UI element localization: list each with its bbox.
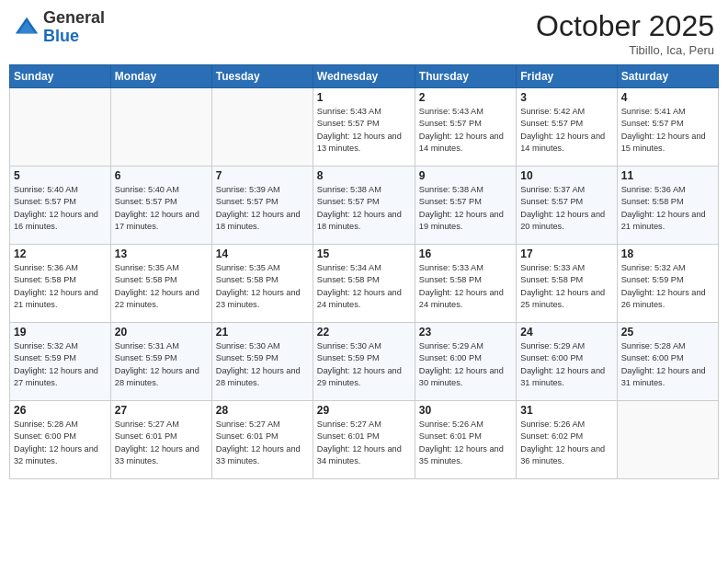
calendar-header-row: SundayMondayTuesdayWednesdayThursdayFrid… xyxy=(10,65,719,88)
calendar-cell: 19Sunrise: 5:32 AM Sunset: 5:59 PM Dayli… xyxy=(10,323,111,401)
weekday-header: Wednesday xyxy=(313,65,415,88)
calendar-cell: 17Sunrise: 5:33 AM Sunset: 5:58 PM Dayli… xyxy=(517,245,617,323)
day-info: Sunrise: 5:33 AM Sunset: 5:58 PM Dayligh… xyxy=(520,262,612,311)
day-number: 9 xyxy=(419,169,512,182)
day-number: 27 xyxy=(115,404,208,417)
day-info: Sunrise: 5:27 AM Sunset: 6:01 PM Dayligh… xyxy=(317,419,411,467)
calendar-cell xyxy=(211,88,313,167)
calendar-cell: 3Sunrise: 5:42 AM Sunset: 5:57 PM Daylig… xyxy=(517,88,617,167)
weekday-header: Monday xyxy=(110,65,211,88)
calendar-cell: 15Sunrise: 5:34 AM Sunset: 5:58 PM Dayli… xyxy=(313,245,415,323)
calendar-cell: 21Sunrise: 5:30 AM Sunset: 5:59 PM Dayli… xyxy=(211,323,313,401)
calendar-week-row: 5Sunrise: 5:40 AM Sunset: 5:57 PM Daylig… xyxy=(10,167,719,245)
day-info: Sunrise: 5:33 AM Sunset: 5:58 PM Dayligh… xyxy=(419,262,512,311)
calendar-cell: 13Sunrise: 5:35 AM Sunset: 5:58 PM Dayli… xyxy=(110,245,211,323)
calendar-cell: 26Sunrise: 5:28 AM Sunset: 6:00 PM Dayli… xyxy=(10,401,111,479)
day-info: Sunrise: 5:34 AM Sunset: 5:58 PM Dayligh… xyxy=(317,262,411,311)
logo-blue: Blue xyxy=(43,27,79,45)
day-info: Sunrise: 5:27 AM Sunset: 6:01 PM Dayligh… xyxy=(216,419,309,467)
calendar-cell: 1Sunrise: 5:43 AM Sunset: 5:57 PM Daylig… xyxy=(313,88,415,167)
logo-icon xyxy=(14,15,40,40)
day-number: 21 xyxy=(216,326,309,339)
day-info: Sunrise: 5:26 AM Sunset: 6:02 PM Dayligh… xyxy=(520,419,612,467)
calendar-week-row: 26Sunrise: 5:28 AM Sunset: 6:00 PM Dayli… xyxy=(10,401,719,479)
calendar-cell: 8Sunrise: 5:38 AM Sunset: 5:57 PM Daylig… xyxy=(313,167,415,245)
calendar-cell xyxy=(10,88,111,167)
calendar-cell: 25Sunrise: 5:28 AM Sunset: 6:00 PM Dayli… xyxy=(617,323,718,401)
calendar-cell: 5Sunrise: 5:40 AM Sunset: 5:57 PM Daylig… xyxy=(10,167,111,245)
month-title: October 2025 xyxy=(536,9,714,43)
title-section: October 2025 Tibillo, Ica, Peru xyxy=(536,9,714,57)
day-info: Sunrise: 5:38 AM Sunset: 5:57 PM Dayligh… xyxy=(317,184,411,233)
day-info: Sunrise: 5:43 AM Sunset: 5:57 PM Dayligh… xyxy=(317,106,411,155)
location-subtitle: Tibillo, Ica, Peru xyxy=(536,43,714,57)
weekday-header: Tuesday xyxy=(211,65,313,88)
day-number: 23 xyxy=(419,326,512,339)
day-info: Sunrise: 5:43 AM Sunset: 5:57 PM Dayligh… xyxy=(419,106,512,155)
day-info: Sunrise: 5:30 AM Sunset: 5:59 PM Dayligh… xyxy=(216,340,309,389)
calendar-cell: 20Sunrise: 5:31 AM Sunset: 5:59 PM Dayli… xyxy=(110,323,211,401)
calendar: SundayMondayTuesdayWednesdayThursdayFrid… xyxy=(9,64,719,479)
calendar-cell: 28Sunrise: 5:27 AM Sunset: 6:01 PM Dayli… xyxy=(211,401,313,479)
calendar-cell: 27Sunrise: 5:27 AM Sunset: 6:01 PM Dayli… xyxy=(110,401,211,479)
day-number: 6 xyxy=(115,169,208,182)
day-info: Sunrise: 5:41 AM Sunset: 5:57 PM Dayligh… xyxy=(621,106,714,155)
day-info: Sunrise: 5:32 AM Sunset: 5:59 PM Dayligh… xyxy=(621,262,714,311)
calendar-cell: 6Sunrise: 5:40 AM Sunset: 5:57 PM Daylig… xyxy=(110,167,211,245)
page: General Blue October 2025 Tibillo, Ica, … xyxy=(0,0,728,563)
day-info: Sunrise: 5:38 AM Sunset: 5:57 PM Dayligh… xyxy=(419,184,512,233)
day-info: Sunrise: 5:30 AM Sunset: 5:59 PM Dayligh… xyxy=(317,340,411,389)
day-number: 20 xyxy=(115,326,208,339)
day-info: Sunrise: 5:42 AM Sunset: 5:57 PM Dayligh… xyxy=(520,106,612,155)
day-number: 25 xyxy=(621,326,714,339)
day-info: Sunrise: 5:39 AM Sunset: 5:57 PM Dayligh… xyxy=(216,184,309,233)
day-info: Sunrise: 5:28 AM Sunset: 6:00 PM Dayligh… xyxy=(14,419,107,467)
calendar-cell xyxy=(617,401,718,479)
day-number: 28 xyxy=(216,404,309,417)
day-number: 22 xyxy=(317,326,411,339)
day-number: 4 xyxy=(621,91,714,104)
day-number: 24 xyxy=(520,326,612,339)
day-number: 8 xyxy=(317,169,411,182)
day-number: 29 xyxy=(317,404,411,417)
calendar-week-row: 19Sunrise: 5:32 AM Sunset: 5:59 PM Dayli… xyxy=(10,323,719,401)
calendar-cell: 14Sunrise: 5:35 AM Sunset: 5:58 PM Dayli… xyxy=(211,245,313,323)
calendar-cell: 23Sunrise: 5:29 AM Sunset: 6:00 PM Dayli… xyxy=(415,323,516,401)
logo-text: General Blue xyxy=(43,9,105,46)
day-info: Sunrise: 5:40 AM Sunset: 5:57 PM Dayligh… xyxy=(115,184,208,233)
calendar-week-row: 12Sunrise: 5:36 AM Sunset: 5:58 PM Dayli… xyxy=(10,245,719,323)
day-number: 16 xyxy=(419,247,512,260)
day-number: 14 xyxy=(216,247,309,260)
header: General Blue October 2025 Tibillo, Ica, … xyxy=(9,9,719,57)
day-info: Sunrise: 5:37 AM Sunset: 5:57 PM Dayligh… xyxy=(520,184,612,233)
day-info: Sunrise: 5:35 AM Sunset: 5:58 PM Dayligh… xyxy=(216,262,309,311)
day-number: 7 xyxy=(216,169,309,182)
calendar-cell: 9Sunrise: 5:38 AM Sunset: 5:57 PM Daylig… xyxy=(415,167,516,245)
day-number: 2 xyxy=(419,91,512,104)
day-number: 10 xyxy=(520,169,612,182)
calendar-cell: 30Sunrise: 5:26 AM Sunset: 6:01 PM Dayli… xyxy=(415,401,516,479)
day-number: 18 xyxy=(621,247,714,260)
weekday-header: Saturday xyxy=(617,65,718,88)
calendar-cell xyxy=(110,88,211,167)
day-info: Sunrise: 5:29 AM Sunset: 6:00 PM Dayligh… xyxy=(419,340,512,389)
day-info: Sunrise: 5:26 AM Sunset: 6:01 PM Dayligh… xyxy=(419,419,512,467)
weekday-header: Friday xyxy=(517,65,617,88)
day-number: 13 xyxy=(115,247,208,260)
logo: General Blue xyxy=(14,9,105,46)
calendar-cell: 2Sunrise: 5:43 AM Sunset: 5:57 PM Daylig… xyxy=(415,88,516,167)
calendar-cell: 10Sunrise: 5:37 AM Sunset: 5:57 PM Dayli… xyxy=(517,167,617,245)
calendar-cell: 29Sunrise: 5:27 AM Sunset: 6:01 PM Dayli… xyxy=(313,401,415,479)
calendar-cell: 7Sunrise: 5:39 AM Sunset: 5:57 PM Daylig… xyxy=(211,167,313,245)
calendar-cell: 16Sunrise: 5:33 AM Sunset: 5:58 PM Dayli… xyxy=(415,245,516,323)
day-number: 31 xyxy=(520,404,612,417)
weekday-header: Thursday xyxy=(415,65,516,88)
day-number: 12 xyxy=(14,247,107,260)
day-info: Sunrise: 5:36 AM Sunset: 5:58 PM Dayligh… xyxy=(621,184,714,233)
calendar-cell: 11Sunrise: 5:36 AM Sunset: 5:58 PM Dayli… xyxy=(617,167,718,245)
logo-general: General xyxy=(43,8,105,27)
calendar-cell: 24Sunrise: 5:29 AM Sunset: 6:00 PM Dayli… xyxy=(517,323,617,401)
day-info: Sunrise: 5:31 AM Sunset: 5:59 PM Dayligh… xyxy=(115,340,208,389)
day-info: Sunrise: 5:32 AM Sunset: 5:59 PM Dayligh… xyxy=(14,340,107,389)
day-number: 15 xyxy=(317,247,411,260)
